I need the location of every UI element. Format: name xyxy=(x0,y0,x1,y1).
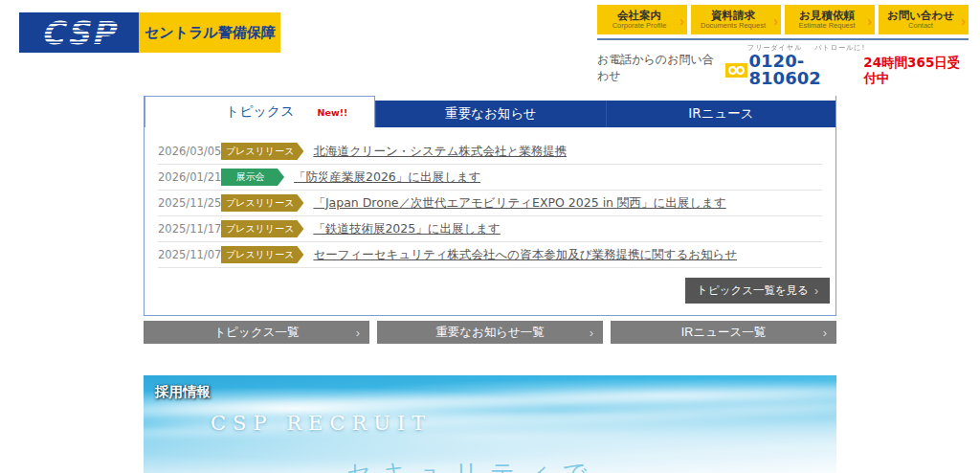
nav-button-sublabel: Estimate Request xyxy=(798,22,855,30)
new-badge: New!! xyxy=(317,107,347,118)
phone-notes: フリーダイヤル パトロールに! xyxy=(725,43,957,53)
chevron-right-icon: › xyxy=(590,326,593,340)
tab-important-notices[interactable]: 重要なお知らせ xyxy=(375,101,605,127)
list-button-label: IRニュース一覧 xyxy=(681,325,766,341)
patrol-note: パトロールに! xyxy=(814,43,865,52)
news-date: 2025/11/17 xyxy=(158,222,221,236)
nav-button-label: 会社案内 xyxy=(617,10,661,22)
category-badge: プレスリリース xyxy=(221,143,303,160)
recruit-label: 採用情報 xyxy=(155,383,211,401)
ir-news-list-button[interactable]: IRニュース一覧 › xyxy=(611,321,836,344)
csp-logo[interactable]: CSP セントラル警備保障 xyxy=(19,12,280,53)
phone-hours: 24時間365日受付中 xyxy=(863,55,969,85)
list-buttons-row: トピックス一覧 › 重要なお知らせ一覧 › IRニュース一覧 › xyxy=(144,321,836,344)
topics-view-all-button[interactable]: トピックス一覧を見る › xyxy=(685,278,830,304)
nav-button-corporate-profile[interactable]: 会社案内 Corporate Profile › xyxy=(597,5,687,34)
news-link[interactable]: セーフィーセキュリティ株式会社への資本参加及び業務提携に関するお知らせ xyxy=(313,247,737,263)
view-all-label: トピックス一覧を見る xyxy=(697,283,809,298)
news-date: 2026/01/21 xyxy=(158,170,221,184)
csp-logo-text: CSP xyxy=(41,14,119,52)
recruit-catchcopy: セキュリティで、 xyxy=(144,457,836,473)
news-row[interactable]: 2025/11/07 プレスリリース セーフィーセキュリティ株式会社への資本参加… xyxy=(158,242,822,268)
nav-button-sublabel: Corporate Profile xyxy=(612,22,667,30)
category-badge: 展示会 xyxy=(221,169,284,186)
news-link[interactable]: 「Japan Drone／次世代エアモビリティEXPO 2025 in 関西」に… xyxy=(313,195,725,212)
list-button-label: トピックス一覧 xyxy=(214,325,300,341)
important-notices-list-button[interactable]: 重要なお知らせ一覧 › xyxy=(377,321,603,344)
list-button-label: 重要なお知らせ一覧 xyxy=(435,325,545,341)
nav-button-sublabel: Documents Request xyxy=(701,22,766,30)
category-badge: プレスリリース xyxy=(221,194,303,212)
chevron-right-icon: › xyxy=(773,11,778,28)
news-date: 2026/03/05 xyxy=(158,145,221,158)
recruit-banner[interactable]: 採用情報 CSP RECRUIT セキュリティで、 xyxy=(144,375,836,473)
news-row[interactable]: 2025/11/25 プレスリリース 「Japan Drone／次世代エアモビリ… xyxy=(158,191,822,216)
news-link[interactable]: 「防災産業展2026」に出展します xyxy=(294,169,480,186)
news-row[interactable]: 2026/01/21 展示会 「防災産業展2026」に出展します xyxy=(158,165,822,191)
category-badge: プレスリリース xyxy=(221,246,303,263)
recruit-title: CSP RECRUIT xyxy=(211,412,432,435)
tab-label: 重要なお知らせ xyxy=(445,105,537,123)
phone-contact-row: お電話からのお問い合わせ フリーダイヤル パトロールに! 0 xyxy=(597,43,969,87)
header-nav-buttons: 会社案内 Corporate Profile › 資料請求 Documents … xyxy=(597,5,969,34)
category-badge: プレスリリース xyxy=(221,220,303,237)
news-row[interactable]: 2025/11/17 プレスリリース 「鉄道技術展2025」に出展します xyxy=(158,216,822,242)
nav-button-documents-request[interactable]: 資料請求 Documents Request › xyxy=(691,5,781,34)
nav-button-estimate-request[interactable]: お見積依頼 Estimate Request › xyxy=(785,5,875,34)
chevron-right-icon: › xyxy=(961,11,966,28)
news-link[interactable]: 北海道クリーン・システム株式会社と業務提携 xyxy=(313,144,567,160)
nav-button-sublabel: Contact xyxy=(908,22,933,30)
news-date: 2025/11/07 xyxy=(158,248,221,261)
topics-list-button[interactable]: トピックス一覧 › xyxy=(144,321,369,344)
chevron-right-icon: › xyxy=(356,326,360,340)
news-tabs: トピックス New!! 重要なお知らせ IRニュース xyxy=(145,96,835,127)
nav-divider-line xyxy=(597,38,969,40)
news-link[interactable]: 「鉄道技術展2025」に出展します xyxy=(313,221,500,237)
chevron-right-icon: › xyxy=(823,326,827,340)
tab-topics[interactable]: トピックス New!! xyxy=(145,96,375,127)
nav-button-label: 資料請求 xyxy=(711,10,755,22)
tab-label: IRニュース xyxy=(688,105,753,123)
news-date: 2025/11/25 xyxy=(158,196,221,210)
phone-label: お電話からのお問い合わせ xyxy=(597,52,720,87)
header-nav: 会社案内 Corporate Profile › 資料請求 Documents … xyxy=(597,5,969,87)
nav-button-contact[interactable]: お問い合わせ Contact › xyxy=(879,5,969,34)
nav-button-label: お問い合わせ xyxy=(887,10,954,22)
logo-yellow-band: セントラル警備保障 xyxy=(139,12,280,53)
news-row[interactable]: 2026/03/05 プレスリリース 北海道クリーン・システム株式会社と業務提携 xyxy=(158,139,822,165)
chevron-right-icon: › xyxy=(679,11,684,28)
csp-logo-mark: CSP xyxy=(19,12,139,53)
news-list: 2026/03/05 プレスリリース 北海道クリーン・システム株式会社と業務提携… xyxy=(145,127,835,268)
tab-ir-news[interactable]: IRニュース xyxy=(606,101,835,127)
freedial-icon xyxy=(725,63,747,78)
phone-number-row: 0120-810602 24時間365日受付中 xyxy=(725,53,969,87)
freedial-note: フリーダイヤル xyxy=(746,43,802,52)
main-content: トピックス New!! 重要なお知らせ IRニュース 2026/03/05 プレ… xyxy=(144,96,836,473)
news-box: トピックス New!! 重要なお知らせ IRニュース 2026/03/05 プレ… xyxy=(144,96,836,316)
chevron-right-icon: › xyxy=(814,284,818,298)
tab-label: トピックス xyxy=(226,103,295,121)
chevron-right-icon: › xyxy=(867,11,872,28)
phone-right-block: フリーダイヤル パトロールに! 0120-810602 24時間365日受付中 xyxy=(725,43,969,87)
phone-number[interactable]: 0120-810602 xyxy=(749,53,858,87)
logo-company-name: セントラル警備保障 xyxy=(144,24,276,42)
nav-button-label: お見積依頼 xyxy=(799,10,855,22)
view-all-wrap: トピックス一覧を見る › xyxy=(145,268,835,315)
site-header: CSP セントラル警備保障 会社案内 Corporate Profile › 資… xyxy=(0,0,980,96)
